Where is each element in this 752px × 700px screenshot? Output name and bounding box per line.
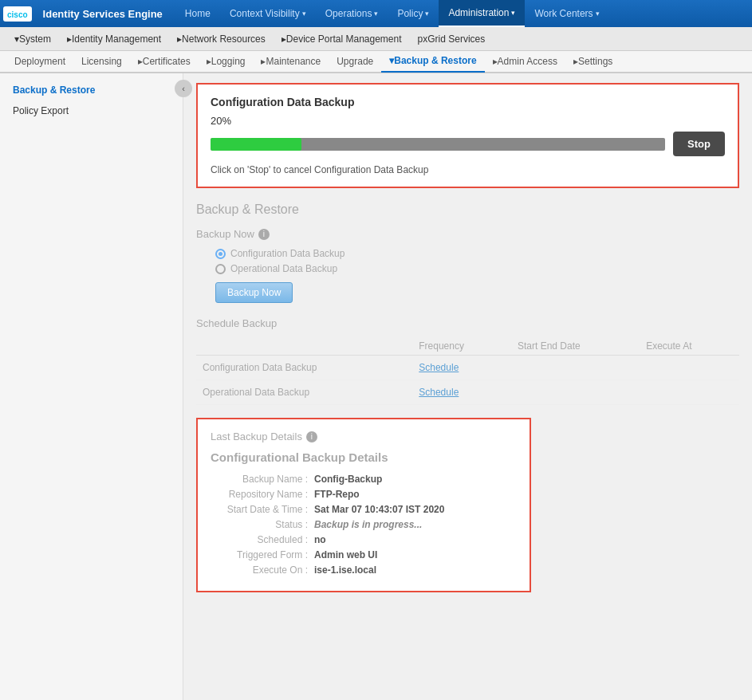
nav-policy-arrow: ▾: [425, 10, 429, 18]
nav-context-visibility-arrow: ▾: [302, 10, 306, 18]
sidebar-item-policy-export[interactable]: Policy Export: [0, 100, 183, 121]
nav-work-centers[interactable]: Work Centers ▾: [525, 0, 608, 27]
sidebar-collapse-btn[interactable]: ‹: [175, 80, 192, 97]
backup-type-radio-group: Configuration Data Backup Operational Da…: [215, 248, 739, 274]
radio-config-data-backup-label: Configuration Data Backup: [230, 248, 345, 259]
sidebar-item-policy-export-label: Policy Export: [13, 105, 69, 116]
second-nav-bar: ▾ System ▸ Identity Management ▸ Network…: [0, 27, 752, 51]
detail-label-repository-name: Repository Name :: [211, 489, 314, 500]
nav-policy-label: Policy: [397, 8, 423, 19]
backup-now-info-icon[interactable]: i: [258, 229, 270, 240]
progress-title: Configuration Data Backup: [211, 96, 725, 108]
radio-operational-data-backup-label: Operational Data Backup: [230, 263, 337, 274]
cisco-logo: cisco: [3, 6, 37, 22]
sidebar-item-backup-restore-label: Backup & Restore: [13, 85, 95, 96]
schedule-config-label: Configuration Data Backup: [196, 356, 412, 380]
nav-operations-arrow: ▾: [374, 10, 378, 18]
detail-label-execute-on: Execute On :: [211, 564, 314, 576]
nav-administration[interactable]: Administration ▾: [439, 0, 525, 27]
detail-row-scheduled: Scheduled : no: [211, 534, 517, 545]
schedule-col-frequency: Frequency: [412, 337, 511, 356]
radio-operational-data-backup-btn[interactable]: [215, 264, 226, 274]
second-nav-pxgrid[interactable]: pxGrid Services: [410, 27, 494, 51]
schedule-config-schedule-link[interactable]: Schedule: [412, 356, 511, 380]
nav-home[interactable]: Home: [175, 0, 220, 27]
schedule-config-start-end: [640, 356, 739, 380]
third-nav-deployment[interactable]: Deployment: [6, 50, 73, 73]
nav-context-visibility[interactable]: Context Visibility ▾: [220, 0, 316, 27]
third-nav-maintenance-label: Maintenance: [266, 56, 321, 67]
third-nav-upgrade[interactable]: Upgrade: [329, 50, 381, 73]
stop-button[interactable]: Stop: [673, 132, 725, 156]
sidebar-item-backup-restore[interactable]: Backup & Restore: [0, 80, 183, 100]
nav-work-centers-label: Work Centers: [534, 8, 593, 19]
detail-value-start-date-time: Sat Mar 07 10:43:07 IST 2020: [314, 504, 444, 515]
nav-work-centers-arrow: ▾: [596, 10, 600, 18]
schedule-operational-link[interactable]: Schedule: [419, 387, 459, 398]
nav-operations-label: Operations: [325, 8, 372, 19]
second-nav-device-portal[interactable]: ▸ Device Portal Management: [274, 27, 410, 51]
top-nav-bar: cisco Identity Services Engine Home Cont…: [0, 0, 752, 27]
third-nav-backup-restore[interactable]: ▾ Backup & Restore: [381, 50, 484, 73]
radio-config-data-backup[interactable]: Configuration Data Backup: [215, 248, 739, 259]
second-nav-identity-label: Identity Management: [72, 33, 161, 45]
third-nav-settings[interactable]: ▸ Settings: [565, 50, 620, 73]
schedule-backup-label: Schedule Backup: [196, 317, 277, 329]
cisco-logo-text: cisco: [7, 10, 28, 19]
schedule-col-name: [196, 337, 412, 356]
second-nav-network-resources[interactable]: ▸ Network Resources: [169, 27, 274, 51]
nav-operations[interactable]: Operations ▾: [316, 0, 388, 27]
detail-value-status: Backup is in progress...: [314, 519, 422, 530]
third-nav-bar: Deployment Licensing ▸ Certificates ▸ Lo…: [0, 51, 752, 73]
third-nav-maintenance[interactable]: ▸ Maintenance: [253, 50, 329, 73]
detail-label-status: Status :: [211, 519, 314, 530]
third-nav-certificates[interactable]: ▸ Certificates: [130, 50, 199, 73]
detail-label-start-date-time: Start Date & Time :: [211, 504, 314, 515]
content-area: Configuration Data Backup 20% Stop Click…: [183, 73, 752, 700]
third-nav-logging[interactable]: ▸ Logging: [199, 50, 254, 73]
third-nav-licensing[interactable]: Licensing: [73, 50, 130, 73]
third-nav-admin-label: Admin Access: [498, 56, 557, 67]
backup-now-button[interactable]: Backup Now: [215, 282, 293, 303]
radio-operational-data-backup[interactable]: Operational Data Backup: [215, 263, 739, 274]
last-backup-details-box: Last Backup Details i Configurational Ba…: [196, 418, 531, 592]
backup-restore-section: Backup & Restore Backup Now i Configurat…: [196, 203, 739, 592]
detail-row-execute-on: Execute On : ise-1.ise.local: [211, 564, 517, 576]
third-nav-settings-label: Settings: [578, 56, 612, 67]
schedule-operational-start-end: [640, 380, 739, 405]
detail-value-scheduled: no: [314, 534, 326, 545]
nav-policy[interactable]: Policy ▾: [388, 0, 439, 27]
third-nav-backup-label: Backup & Restore: [394, 55, 476, 66]
detail-value-triggered-form: Admin web UI: [314, 549, 377, 560]
progress-hint: Click on 'Stop' to cancel Configuration …: [211, 164, 725, 175]
detail-value-backup-name: Config-Backup: [314, 474, 382, 485]
second-nav-identity-mgmt[interactable]: ▸ Identity Management: [59, 27, 169, 51]
third-nav-upgrade-label: Upgrade: [337, 56, 373, 67]
second-nav-pxgrid-label: pxGrid Services: [418, 33, 486, 45]
schedule-operational-label: Operational Data Backup: [196, 380, 412, 405]
schedule-config-link[interactable]: Schedule: [419, 362, 459, 373]
schedule-config-frequency: [511, 356, 640, 380]
last-backup-header-label: Last Backup Details: [211, 431, 302, 442]
last-backup-subtitle: Configurational Backup Details: [211, 450, 517, 464]
detail-row-status: Status : Backup is in progress...: [211, 519, 517, 530]
backup-now-label: Backup Now: [196, 228, 254, 240]
second-nav-network-label: Network Resources: [182, 33, 266, 45]
nav-context-visibility-label: Context Visibility: [230, 8, 300, 19]
detail-label-scheduled: Scheduled :: [211, 534, 314, 545]
third-nav-certificates-label: Certificates: [143, 56, 191, 67]
last-backup-info-icon[interactable]: i: [306, 431, 317, 442]
table-row: Operational Data Backup Schedule: [196, 380, 739, 405]
progress-percent: 20%: [211, 115, 725, 127]
backup-restore-section-title: Backup & Restore: [196, 203, 739, 217]
backup-now-subsection-title: Backup Now i: [196, 228, 739, 240]
nav-home-label: Home: [185, 8, 211, 19]
second-nav-system[interactable]: ▾ System: [6, 27, 59, 51]
third-nav-admin-access[interactable]: ▸ Admin Access: [485, 50, 565, 73]
schedule-col-start-end: Start End Date: [511, 337, 640, 356]
detail-row-triggered-form: Triggered Form : Admin web UI: [211, 549, 517, 560]
radio-config-data-backup-btn[interactable]: [215, 249, 226, 259]
progress-bar-background: [211, 138, 665, 151]
schedule-operational-schedule-link[interactable]: Schedule: [412, 380, 511, 405]
detail-label-backup-name: Backup Name :: [211, 474, 314, 485]
